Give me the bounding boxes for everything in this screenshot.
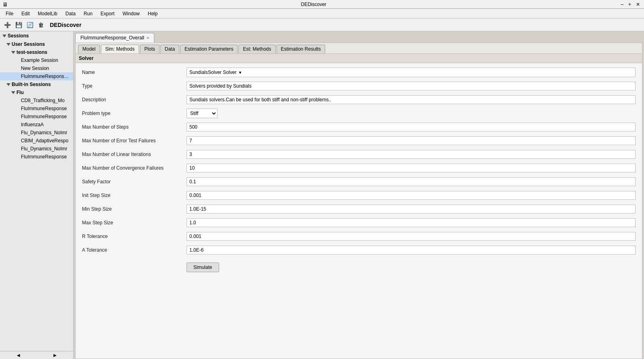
form-row-max-error: Max Number of Error Test Failures [82, 135, 636, 146]
menu-modellib[interactable]: ModelLib [34, 10, 62, 17]
sidebar-item-flu-dynamics1[interactable]: Flu_Dynamics_NoImr [0, 129, 73, 137]
flu-header[interactable]: Flu [0, 88, 73, 96]
main-tab-label: FluImmuneResponse_Overall [80, 35, 144, 41]
refresh-button[interactable]: 🔄 [25, 20, 35, 30]
built-in-sessions-header[interactable]: Built-in Sessions [0, 80, 73, 88]
form-row-max-step: Max Step Size [82, 217, 636, 228]
main-layout: Sessions User Sessions test-sessions Exa… [0, 31, 644, 359]
max-linear-input[interactable] [187, 150, 636, 159]
max-error-label: Max Number of Error Test Failures [82, 138, 187, 144]
built-in-sessions-label: Built-in Sessions [12, 82, 51, 87]
menu-export[interactable]: Export [96, 10, 119, 17]
solver-section-header: Solver [76, 54, 642, 63]
test-sessions-label: test-sessions [16, 49, 47, 55]
max-step-input[interactable] [187, 218, 636, 227]
sidebar-item-new-session[interactable]: New Session [0, 64, 73, 72]
toolbar: ➕ 💾 🔄 🗑 DEDiscover [0, 18, 644, 31]
min-step-input[interactable] [187, 205, 636, 213]
content-area: FluImmuneResponse_Overall × Model Sim: M… [74, 31, 644, 359]
tab-est-methods[interactable]: Est: Methods [238, 45, 275, 53]
a-tolerance-value [187, 246, 636, 254]
test-sessions-header[interactable]: test-sessions [0, 48, 73, 56]
description-value [187, 95, 636, 104]
menu-run[interactable]: Run [80, 10, 96, 17]
menu-file[interactable]: File [2, 10, 17, 17]
title-bar-title: DEDiscover [8, 2, 619, 7]
name-value: SundialsSolver Solver ▼ [187, 68, 636, 77]
form-row-name: Name SundialsSolver Solver ▼ [82, 67, 636, 78]
maximize-button[interactable]: + [627, 2, 633, 7]
tab-plots[interactable]: Plots [140, 45, 160, 53]
name-label: Name [82, 70, 187, 75]
sidebar-right-arrow[interactable]: ▶ [37, 351, 73, 359]
max-steps-label: Max Number of Steps [82, 124, 187, 130]
tab-model[interactable]: Model [78, 45, 100, 53]
max-step-value [187, 218, 636, 227]
type-value [187, 82, 636, 90]
menu-edit[interactable]: Edit [17, 10, 34, 17]
sidebar-item-influenzaa[interactable]: InfluenzaA [0, 121, 73, 129]
problem-type-select[interactable]: Stiff Non-Stiff [187, 109, 217, 118]
sidebar-item-flu-dynamics2[interactable]: Flu_Dynamics_NoImr [0, 145, 73, 153]
form-row-max-conv: Max Number of Convergence Failures [82, 163, 636, 173]
sub-tab-bar: Model Sim: Methods Plots Data Estimation… [76, 43, 642, 54]
save-button[interactable]: 💾 [14, 20, 23, 30]
r-tolerance-input[interactable] [187, 232, 636, 241]
close-button[interactable]: ✕ [634, 2, 642, 7]
menu-help[interactable]: Help [144, 10, 162, 17]
tab-sim-methods[interactable]: Sim: Methods [101, 45, 139, 53]
max-conv-value [187, 164, 636, 172]
tab-estimation-results[interactable]: Estimation Results [277, 45, 325, 53]
type-input[interactable] [187, 82, 636, 90]
problem-type-label: Problem type [82, 111, 187, 116]
max-conv-input[interactable] [187, 164, 636, 172]
main-tab[interactable]: FluImmuneResponse_Overall × [75, 33, 154, 43]
menu-window[interactable]: Window [119, 10, 144, 17]
sessions-label: Sessions [8, 33, 29, 39]
user-sessions-header[interactable]: User Sessions [0, 40, 73, 48]
sidebar-item-fluimmuneresponse[interactable]: FluImmuneResponse_O [0, 72, 73, 80]
menu-data[interactable]: Data [62, 10, 80, 17]
test-sessions-arrow [11, 51, 15, 54]
sidebar-item-cd8[interactable]: CD8_Trafficking_Mo [0, 96, 73, 105]
form-row-safety: Safety Factor [82, 176, 636, 187]
app-title: DEDiscover [50, 22, 82, 28]
description-input[interactable] [187, 95, 636, 104]
sidebar-item-flu1[interactable]: FluImmuneResponse [0, 105, 73, 113]
delete-button[interactable]: 🗑 [36, 20, 46, 30]
a-tolerance-label: A Tolerance [82, 247, 187, 253]
max-steps-input[interactable] [187, 123, 636, 131]
form-row-simulate: Simulate [82, 258, 636, 272]
safety-input[interactable] [187, 177, 636, 186]
sidebar-item-example-session[interactable]: Example Session [0, 56, 73, 64]
description-label: Description [82, 97, 187, 103]
name-dropdown-arrow: ▼ [238, 70, 242, 75]
simulate-button[interactable]: Simulate [187, 263, 219, 272]
user-sessions-label: User Sessions [12, 41, 45, 47]
max-error-input[interactable] [187, 136, 636, 145]
name-dropdown-text: SundialsSolver Solver [189, 70, 236, 75]
safety-value [187, 177, 636, 186]
sidebar-left-arrow[interactable]: ◀ [0, 351, 37, 359]
max-step-label: Max Step Size [82, 220, 187, 226]
sidebar-item-flu3[interactable]: FluImmuneResponse [0, 153, 73, 161]
min-step-label: Min Step Size [82, 206, 187, 212]
tab-data[interactable]: Data [160, 45, 179, 53]
new-button[interactable]: ➕ [2, 20, 12, 30]
title-bar: 🖥 DEDiscover – + ✕ [0, 0, 644, 9]
sessions-header[interactable]: Sessions [0, 31, 73, 40]
inner-panel: Model Sim: Methods Plots Data Estimation… [75, 43, 642, 359]
form-row-min-step: Min Step Size [82, 204, 636, 214]
form-area: Name SundialsSolver Solver ▼ Type [76, 63, 642, 359]
form-row-r-tolerance: R Tolerance [82, 231, 636, 242]
minimize-button[interactable]: – [619, 2, 625, 7]
solver-label: Solver [79, 55, 94, 61]
tab-estimation-parameters[interactable]: Estimation Parameters [180, 45, 238, 53]
sidebar-item-flu2[interactable]: FluImmuneResponse [0, 113, 73, 121]
name-dropdown[interactable]: SundialsSolver Solver ▼ [187, 68, 636, 77]
tab-close-button[interactable]: × [147, 35, 149, 40]
sidebar-item-cbim[interactable]: CBIM_AdaptiveRespo [0, 137, 73, 145]
init-step-input[interactable] [187, 191, 636, 200]
safety-label: Safety Factor [82, 179, 187, 185]
a-tolerance-input[interactable] [187, 246, 636, 254]
